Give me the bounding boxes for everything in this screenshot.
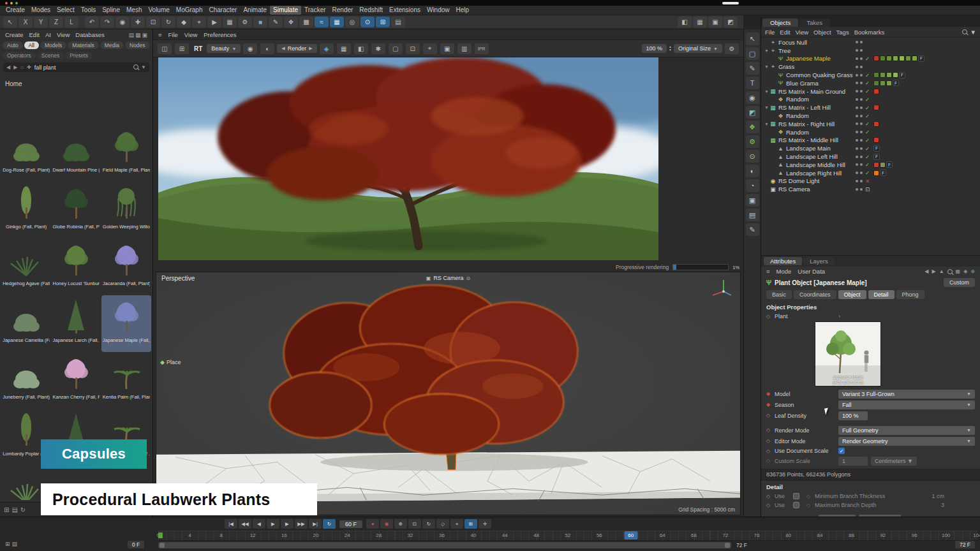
object-row-landscape-left-hill[interactable]: ▲Landscape Left Hill✓F [761,152,980,161]
object-row-landscape-main[interactable]: ▲Landscape Main✓F [761,144,980,152]
filter-all[interactable]: All [24,41,39,49]
viewport-camera-label[interactable]: ▣ RS Camera ⊙ [426,275,470,281]
menu-volume[interactable]: Volume [145,6,172,15]
grid-view-icon[interactable]: ▦ [956,268,961,274]
editor-visibility-dot[interactable] [856,172,858,174]
render-visibility-dot[interactable] [860,90,863,92]
object-row-common-quaking-grass[interactable]: ΨCommon Quaking Grass✓F [761,71,980,79]
region-select-icon[interactable]: ▢ [746,47,759,60]
tag-box-icon[interactable]: ⊡ [865,186,870,193]
ipr-icon[interactable]: IPR [475,43,489,54]
key-position-button[interactable]: ⊕ [394,519,407,529]
pixel-icon[interactable]: ▣ [440,43,454,54]
ab-menu-view[interactable]: View [57,31,70,38]
fracture-tag[interactable]: F [918,55,924,62]
material-tag[interactable] [873,170,879,176]
editor-visibility-dot[interactable] [856,147,858,150]
panel-list-icon[interactable]: ▤ [128,32,134,38]
material-tag[interactable] [880,162,886,168]
render-visibility-dot[interactable] [860,139,863,142]
material-tag[interactable] [893,55,898,61]
render-visibility-dot[interactable] [860,49,863,52]
save-image-icon[interactable]: ◫ [158,43,172,54]
next-frame-button[interactable]: ▶ [281,519,293,529]
object-row-japanese-maple[interactable]: ΨJapanese Maple✓F [761,55,980,63]
asset-dwarf-mountain-pine[interactable]: Dwarf Mountain Pine (... [51,125,101,182]
object-row-rs-matrix-left-hill[interactable]: ▼▦RS Matrix - Left Hill✓ [761,103,980,112]
crop-icon[interactable]: ⊡ [406,43,420,54]
quantize-icon[interactable]: ⊞ [376,17,390,27]
object-row-grass[interactable]: ▼⌖Grass [761,62,980,71]
editor-visibility-dot[interactable] [856,163,858,166]
editor-visibility-dot[interactable] [856,122,858,125]
object-row-rs-matrix-main-ground[interactable]: ▼▦RS Matrix - Main Ground✓ [761,87,980,96]
layout-quad-icon[interactable]: ▦ [693,17,707,27]
enabled-check-icon[interactable]: ✓ [865,80,870,86]
fracture-tag[interactable]: F [893,80,899,86]
enabled-check-icon[interactable]: ✓ [865,170,870,176]
editor-visibility-dot[interactable] [856,131,858,133]
expand-arrow-icon[interactable]: › [838,313,840,320]
measure-icon[interactable]: ◔ [746,179,759,192]
add-icon[interactable]: ✚ [27,64,31,70]
render-visibility-dot[interactable] [860,98,863,101]
visibility-dots[interactable] [856,115,863,117]
visibility-dots[interactable] [856,98,863,101]
render-view-icon[interactable]: ▶ [207,17,221,27]
object-row-landscape-middle-hill[interactable]: ▲Landscape Middle Hill✓F [761,161,980,169]
timeline-scrollbar[interactable] [158,542,731,548]
render-visibility-dot[interactable] [860,156,863,158]
editor-visibility-dot[interactable] [856,74,858,77]
om-menu-view[interactable]: View [796,29,808,36]
filter-scenes[interactable]: Scenes [37,52,64,59]
enabled-check-icon[interactable]: ✓ [865,96,870,103]
material-tag[interactable] [873,89,879,94]
material-tag[interactable] [873,137,879,143]
fracture-tag[interactable]: F [899,72,905,78]
asset-kanzan-cherry-fall-pl[interactable]: Kanzan Cherry (Fall, Pl... [51,352,101,409]
custom-button[interactable]: Custom [944,278,975,287]
object-row-blue-grama[interactable]: ΨBlue Grama✓F [761,79,980,87]
timeline-options-icon[interactable]: ▤ [12,541,18,547]
object-row-rs-dome-light[interactable]: ◉RS Dome Light✕ [761,177,980,186]
asset-honey-locust-sunbur[interactable]: Honey Locust 'Sunbur... [51,239,101,295]
search-icon[interactable] [133,64,138,70]
material-icon[interactable]: ◉ [746,91,759,104]
refresh-icon[interactable]: ↻ [20,506,26,513]
enabled-check-icon[interactable]: ✓ [865,129,870,135]
asset-japanese-maple-fall[interactable]: Japanese Maple (Fall, ... [101,295,151,352]
axis-lock-y[interactable]: Y [34,17,48,27]
search-query[interactable]: fall plant [34,64,56,71]
select-tool-icon[interactable]: ↖ [746,33,759,45]
asset-globe-robinia-fall-pl[interactable]: Globe Robinia (Fall, Pl... [51,182,101,239]
editor-visibility-dot[interactable] [856,115,858,117]
rv-menu-preferences[interactable]: Preferences [204,31,236,38]
lock-icon[interactable]: ◈ [320,43,334,54]
om-menu-edit[interactable]: Edit [780,29,790,36]
menu-redshift[interactable]: Redshift [356,6,386,15]
visibility-dots[interactable] [856,147,863,150]
visibility-dots[interactable] [856,107,863,109]
fracture-tag[interactable]: F [880,170,886,176]
menu-modes[interactable]: Modes [28,6,54,15]
sync-icon[interactable]: ⊕ [970,268,975,274]
filter-presets[interactable]: Presets [65,52,93,59]
object-row-random[interactable]: ❖Random✓ [761,96,980,104]
material-tag[interactable] [912,55,917,61]
ab-menu-ai[interactable]: AI [45,31,51,38]
enabled-check-icon[interactable]: ✓ [865,113,870,119]
disabled-x-icon[interactable]: ✕ [865,178,870,184]
object-row-rs-matrix-right-hill[interactable]: ▼▦RS Matrix - Right Hill✓ [761,120,980,128]
use-document-scale-checkbox[interactable]: ✓ [838,448,845,454]
object-row-tree[interactable]: ▼⌖Tree [761,47,980,55]
lock-icon[interactable]: ◈ [963,268,967,274]
collapse-icon[interactable]: ▼ [764,64,769,69]
channel-icon[interactable]: ◐ [260,43,274,54]
fracture-tag[interactable]: F [886,161,893,168]
render-mode-dropdown[interactable]: Full Geometry▼ [838,426,975,435]
key-pla-button[interactable]: ⌖ [450,519,463,529]
asset-kentia-palm-fall-plant[interactable]: Kentia Palm (Fall, Plant) [101,352,151,409]
annotate-icon[interactable]: ✎ [746,223,759,236]
enabled-check-icon[interactable]: ✓ [865,161,870,168]
leaf-density-field[interactable]: 100 % [838,411,868,420]
